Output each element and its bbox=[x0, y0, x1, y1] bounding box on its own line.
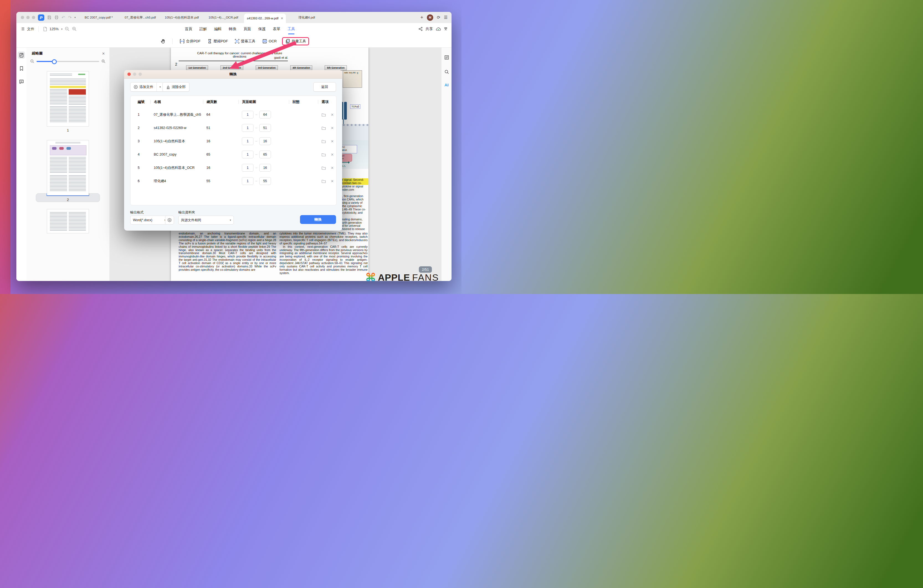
range-from-input[interactable]: 1 bbox=[242, 124, 253, 132]
tab-science-105[interactable]: 105(1~4)自然科題本.pdf bbox=[161, 12, 202, 23]
folder-icon[interactable] bbox=[321, 152, 326, 157]
output-folder-select[interactable]: 與源文件相同 ▾ bbox=[178, 216, 234, 224]
clear-all-button[interactable]: 清除全部 bbox=[162, 82, 189, 92]
dialog-close-button[interactable] bbox=[127, 72, 131, 76]
batch-tools-highlight[interactable]: 批量工具 bbox=[282, 37, 309, 46]
tab-bc2007[interactable]: BC 2007_copy.pdf * bbox=[78, 12, 119, 23]
compress-pdf-button[interactable]: 壓縮PDF bbox=[206, 38, 229, 45]
zoom-window-button[interactable] bbox=[32, 16, 35, 19]
thumbnail-size-slider[interactable] bbox=[36, 61, 99, 62]
bookmarks-panel-icon[interactable] bbox=[18, 65, 25, 72]
redo-icon[interactable]: ↷ bbox=[68, 15, 71, 20]
screen-tool-button[interactable]: 螢幕工具 bbox=[233, 38, 257, 45]
zoom-dropdown-icon[interactable]: ▾ bbox=[61, 28, 62, 30]
output-format-select[interactable]: Word(*.docx) ▾ bbox=[130, 216, 168, 224]
share-label[interactable]: 共享 bbox=[425, 26, 433, 31]
minimize-window-button[interactable] bbox=[26, 16, 30, 19]
folder-icon[interactable] bbox=[321, 139, 326, 143]
range-to-input[interactable]: 64 bbox=[259, 111, 271, 118]
folder-icon[interactable] bbox=[321, 179, 326, 183]
print-icon[interactable] bbox=[54, 15, 59, 20]
thumbnail-page-3[interactable] bbox=[47, 140, 89, 195]
thumbnail-card-1[interactable]: 1 bbox=[38, 69, 97, 134]
share-icon[interactable] bbox=[419, 27, 423, 31]
range-from-input[interactable]: 1 bbox=[242, 111, 253, 118]
range-to-input[interactable]: 16 bbox=[259, 137, 271, 145]
folder-icon[interactable] bbox=[321, 166, 326, 170]
range-from-input[interactable]: 1 bbox=[242, 177, 253, 185]
format-settings-button[interactable] bbox=[165, 216, 174, 224]
back-button[interactable]: 返回 bbox=[313, 82, 336, 92]
remove-file-icon[interactable]: ✕ bbox=[331, 126, 334, 130]
close-tab-icon[interactable]: ✕ bbox=[281, 16, 283, 20]
range-to-input[interactable]: 55 bbox=[259, 177, 271, 185]
save-icon[interactable] bbox=[47, 15, 51, 20]
folder-icon[interactable] bbox=[321, 126, 326, 130]
dialog-minimize-button[interactable] bbox=[133, 72, 136, 76]
menu-home[interactable]: 首頁 bbox=[185, 23, 192, 35]
file-menu-label[interactable]: 文件 bbox=[27, 26, 34, 31]
menu-form[interactable]: 表單 bbox=[273, 23, 280, 35]
thumbnails-panel-icon[interactable] bbox=[18, 51, 25, 59]
new-tab-button[interactable]: + bbox=[420, 15, 423, 20]
thumbnail-card-4[interactable] bbox=[38, 206, 97, 235]
tab-s41392-active[interactable]: s41392-02...269-w.pdf ✕ bbox=[244, 13, 286, 23]
tab-science-105-ocr[interactable]: 105(1~4)..._OCR.pdf bbox=[202, 12, 244, 23]
thumbnail-page-1[interactable] bbox=[47, 71, 89, 126]
menu-annotate[interactable]: 註解 bbox=[199, 23, 207, 35]
zoom-level-value[interactable]: 125% bbox=[49, 27, 59, 31]
menu-page[interactable]: 頁面 bbox=[243, 23, 251, 35]
col-header-options: 選項 bbox=[318, 100, 342, 104]
ocr-label: OCR bbox=[269, 39, 277, 43]
menu-protect[interactable]: 保護 bbox=[258, 23, 266, 35]
cloud-check-icon[interactable] bbox=[436, 27, 441, 31]
thumb-zoom-out-icon[interactable] bbox=[30, 59, 34, 63]
screen-tool-label: 螢幕工具 bbox=[241, 39, 255, 44]
folder-icon[interactable] bbox=[321, 113, 326, 117]
close-panel-icon[interactable]: ✕ bbox=[102, 51, 105, 56]
file-menu-icon[interactable]: ☰ bbox=[21, 27, 25, 31]
dialog-zoom-button[interactable] bbox=[138, 72, 142, 76]
range-to-input[interactable]: 65 bbox=[259, 151, 271, 158]
menu-convert[interactable]: 轉換 bbox=[229, 23, 236, 35]
avatar[interactable]: M bbox=[427, 15, 433, 21]
compress-pdf-label: 壓縮PDF bbox=[214, 39, 228, 44]
merge-pdf-button[interactable]: 合併PDF bbox=[178, 38, 202, 45]
remove-file-icon[interactable]: ✕ bbox=[331, 179, 334, 183]
range-from-input[interactable]: 1 bbox=[242, 137, 253, 145]
add-files-button[interactable]: 添加文件 ▾ bbox=[130, 82, 164, 92]
ocr-button[interactable]: OCR OCR bbox=[261, 38, 278, 45]
thumb-zoom-in-icon[interactable] bbox=[102, 59, 105, 63]
properties-panel-icon[interactable] bbox=[443, 54, 450, 61]
remove-file-icon[interactable]: ✕ bbox=[331, 166, 334, 170]
range-to-input[interactable]: 16 bbox=[259, 164, 271, 172]
window-traffic-lights[interactable] bbox=[16, 12, 38, 23]
zoom-out-icon[interactable] bbox=[65, 26, 69, 31]
slider-thumb[interactable] bbox=[52, 59, 57, 64]
hand-tool-icon[interactable] bbox=[159, 38, 167, 45]
menu-icon[interactable]: ☰ bbox=[444, 15, 448, 20]
tab-lihua4[interactable]: 理化總4.pdf bbox=[286, 12, 327, 23]
menu-tools-active[interactable]: 工具 bbox=[287, 23, 295, 35]
remove-file-icon[interactable]: ✕ bbox=[331, 139, 334, 143]
annotations-panel-icon[interactable] bbox=[18, 78, 25, 85]
sync-icon[interactable]: ⟳ bbox=[437, 15, 440, 20]
collapse-toolbar-icon[interactable] bbox=[444, 27, 448, 31]
ai-assistant-icon[interactable]: AI bbox=[445, 82, 449, 87]
thumbnail-page-4[interactable] bbox=[47, 209, 89, 233]
undo-icon[interactable]: ↶ bbox=[61, 15, 65, 20]
thumbnail-card-3[interactable]: 3 bbox=[38, 137, 97, 203]
chevron-down-icon[interactable]: ▾ bbox=[74, 16, 76, 19]
page-fit-icon[interactable] bbox=[43, 27, 47, 31]
menu-edit[interactable]: 編輯 bbox=[214, 23, 222, 35]
range-to-input[interactable]: 51 bbox=[259, 124, 271, 132]
range-from-input[interactable]: 1 bbox=[242, 151, 253, 158]
close-window-button[interactable] bbox=[21, 16, 24, 19]
search-icon[interactable] bbox=[443, 68, 450, 75]
range-from-input[interactable]: 1 bbox=[242, 164, 253, 172]
tab-chem-ch5[interactable]: 07_選修化學...ch5.pdf bbox=[119, 12, 161, 23]
convert-button[interactable]: 轉換 bbox=[300, 215, 336, 224]
remove-file-icon[interactable]: ✕ bbox=[331, 113, 334, 117]
zoom-in-icon[interactable] bbox=[72, 26, 77, 31]
remove-file-icon[interactable]: ✕ bbox=[331, 152, 334, 157]
